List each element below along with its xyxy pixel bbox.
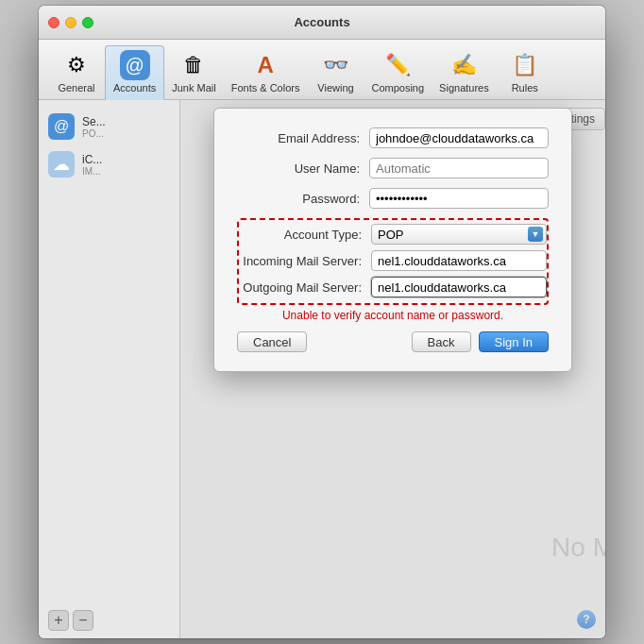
mail-preferences-window: Accounts ⚙ General @ Accounts 🗑 Junk Mai… bbox=[39, 6, 605, 638]
dialog-overlay: Email Address: User Name: Password: bbox=[180, 100, 605, 638]
toolbar-item-general[interactable]: ⚙ General bbox=[48, 46, 105, 99]
toolbar-label-junk-mail: Junk Mail bbox=[172, 82, 215, 93]
toolbar-item-fonts-colors[interactable]: A Fonts & Colors bbox=[224, 46, 308, 99]
se-account-icon: @ bbox=[48, 113, 75, 140]
toolbar-item-accounts[interactable]: @ Accounts bbox=[105, 45, 164, 100]
cancel-button[interactable]: Cancel bbox=[237, 331, 307, 352]
viewing-icon: 👓 bbox=[320, 50, 350, 80]
outgoing-server-label: Outgoing Mail Server: bbox=[239, 280, 371, 295]
accounts-icon: @ bbox=[120, 50, 150, 80]
email-row: Email Address: bbox=[237, 127, 549, 148]
toolbar-item-rules[interactable]: 📋 Rules bbox=[497, 46, 553, 99]
se-account-sub: PO... bbox=[82, 128, 106, 139]
sidebar-item-ic[interactable]: ☁ iC... IM... bbox=[39, 145, 179, 183]
toolbar-label-fonts-colors: Fonts & Colors bbox=[231, 82, 300, 93]
toolbar-label-accounts: Accounts bbox=[113, 82, 156, 93]
toolbar-label-viewing: Viewing bbox=[317, 82, 353, 93]
sidebar-actions: + − bbox=[39, 610, 180, 631]
toolbar: ⚙ General @ Accounts 🗑 Junk Mail A Fonts… bbox=[39, 40, 605, 100]
dialog-buttons: Cancel Back Sign In bbox=[237, 331, 549, 352]
ic-account-icon: ☁ bbox=[48, 151, 75, 178]
minimize-button[interactable] bbox=[65, 17, 76, 28]
username-input[interactable] bbox=[369, 158, 549, 178]
outgoing-server-row: Outgoing Mail Server: bbox=[239, 277, 547, 297]
titlebar: Accounts bbox=[39, 6, 605, 40]
add-account-button[interactable]: + bbox=[48, 610, 69, 631]
incoming-server-label: Incoming Mail Server: bbox=[239, 254, 371, 268]
rules-icon: 📋 bbox=[510, 50, 540, 80]
toolbar-label-rules: Rules bbox=[512, 82, 538, 93]
email-label: Email Address: bbox=[237, 131, 369, 145]
password-label: Password: bbox=[237, 192, 369, 206]
window-title: Accounts bbox=[294, 15, 349, 29]
sign-in-button[interactable]: Sign In bbox=[479, 331, 549, 352]
se-account-name: Se... bbox=[82, 115, 106, 128]
ic-account-info: iC... IM... bbox=[82, 153, 102, 177]
toolbar-item-junk-mail[interactable]: 🗑 Junk Mail bbox=[164, 46, 223, 99]
account-type-label: Account Type: bbox=[239, 228, 371, 242]
toolbar-label-composing: Composing bbox=[371, 82, 424, 93]
content-area: ⚙ ttings No M Email Address: User Name: bbox=[180, 100, 605, 638]
account-type-row: Account Type: POP IMAP ▼ bbox=[239, 224, 547, 245]
ic-account-sub: IM... bbox=[82, 166, 102, 177]
titlebar-buttons bbox=[48, 17, 93, 28]
account-type-select[interactable]: POP IMAP bbox=[371, 224, 547, 245]
account-type-group: Account Type: POP IMAP ▼ Incomi bbox=[237, 218, 549, 305]
main-content: @ Se... PO... ☁ iC... IM... + − bbox=[39, 100, 605, 638]
fonts-colors-icon: A bbox=[250, 50, 280, 80]
toolbar-label-signatures: Signatures bbox=[439, 82, 489, 93]
outgoing-server-input[interactable] bbox=[371, 277, 547, 297]
sidebar-item-se[interactable]: @ Se... PO... bbox=[39, 108, 179, 145]
username-row: User Name: bbox=[237, 158, 549, 178]
incoming-server-input[interactable] bbox=[371, 250, 547, 271]
toolbar-item-viewing[interactable]: 👓 Viewing bbox=[307, 46, 364, 99]
toolbar-item-composing[interactable]: ✏️ Composing bbox=[364, 46, 432, 99]
incoming-server-row: Incoming Mail Server: bbox=[239, 250, 547, 271]
back-button[interactable]: Back bbox=[412, 331, 471, 352]
se-account-info: Se... PO... bbox=[82, 115, 106, 139]
toolbar-label-general: General bbox=[58, 82, 94, 93]
remove-account-button[interactable]: − bbox=[73, 610, 93, 631]
error-message: Unable to verify account name or passwor… bbox=[237, 309, 549, 322]
maximize-button[interactable] bbox=[82, 17, 93, 28]
ic-account-name: iC... bbox=[82, 153, 102, 166]
junk-mail-icon: 🗑 bbox=[178, 50, 209, 80]
password-row: Password: bbox=[237, 188, 549, 209]
composing-icon: ✏️ bbox=[382, 50, 413, 80]
account-type-select-wrapper: POP IMAP ▼ bbox=[371, 224, 547, 245]
signatures-icon: ✍️ bbox=[449, 50, 479, 80]
email-input[interactable] bbox=[369, 127, 549, 148]
toolbar-item-signatures[interactable]: ✍️ Signatures bbox=[432, 46, 497, 99]
close-button[interactable] bbox=[48, 17, 59, 28]
general-icon: ⚙ bbox=[61, 50, 92, 80]
username-label: User Name: bbox=[237, 161, 369, 176]
password-input[interactable] bbox=[369, 188, 549, 209]
sidebar: @ Se... PO... ☁ iC... IM... + − bbox=[39, 100, 180, 638]
account-dialog: Email Address: User Name: Password: bbox=[213, 108, 572, 372]
right-buttons: Back Sign In bbox=[412, 331, 549, 352]
